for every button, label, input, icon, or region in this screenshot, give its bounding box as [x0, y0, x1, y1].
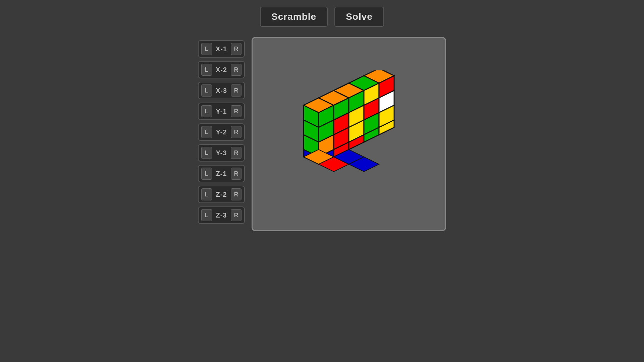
- axis-right-btn-z1[interactable]: R: [231, 168, 241, 180]
- axis-label-y1: Y-1: [212, 108, 231, 115]
- axis-row-y1: LY-1R: [198, 103, 245, 120]
- axis-right-btn-x3[interactable]: R: [231, 84, 241, 97]
- solve-button[interactable]: Solve: [334, 7, 384, 27]
- controls-panel: LX-1RLX-2RLX-3RLY-1RLY-2RLY-3RLZ-1RLZ-2R…: [198, 40, 245, 224]
- axis-left-btn-y2[interactable]: L: [201, 126, 212, 138]
- axis-right-btn-y1[interactable]: R: [231, 105, 241, 117]
- axis-row-y3: LY-3R: [198, 144, 245, 162]
- main-area: LX-1RLX-2RLX-3RLY-1RLY-2RLY-3RLZ-1RLZ-2R…: [198, 37, 446, 231]
- axis-row-y2: LY-2R: [198, 123, 245, 141]
- axis-label-y3: Y-3: [212, 149, 231, 157]
- axis-left-btn-z3[interactable]: L: [201, 209, 212, 221]
- axis-row-x1: LX-1R: [198, 40, 245, 58]
- axis-right-btn-y3[interactable]: R: [231, 147, 241, 159]
- axis-row-z3: LZ-3R: [198, 206, 245, 224]
- axis-row-x2: LX-2R: [198, 61, 245, 78]
- axis-left-btn-y3[interactable]: L: [201, 147, 212, 159]
- axis-left-btn-x1[interactable]: L: [201, 43, 212, 55]
- top-bar: Scramble Solve: [260, 7, 384, 27]
- axis-right-btn-x1[interactable]: R: [231, 43, 241, 55]
- axis-label-x1: X-1: [212, 45, 231, 53]
- axis-right-btn-y2[interactable]: R: [231, 126, 241, 138]
- cube-panel: [252, 37, 446, 231]
- axis-label-z3: Z-3: [212, 212, 231, 219]
- axis-left-btn-x2[interactable]: L: [201, 64, 212, 76]
- axis-label-z2: Z-2: [212, 191, 231, 198]
- axis-label-y2: Y-2: [212, 128, 231, 136]
- axis-right-btn-z2[interactable]: R: [231, 188, 241, 200]
- axis-label-x3: X-3: [212, 87, 231, 95]
- axis-left-btn-z2[interactable]: L: [201, 188, 212, 200]
- axis-label-x2: X-2: [212, 66, 231, 74]
- axis-right-btn-z3[interactable]: R: [231, 209, 241, 221]
- axis-label-z1: Z-1: [212, 170, 231, 178]
- axis-left-btn-z1[interactable]: L: [201, 168, 212, 180]
- axis-row-x3: LX-3R: [198, 82, 245, 99]
- axis-left-btn-x3[interactable]: L: [201, 84, 212, 97]
- axis-row-z1: LZ-1R: [198, 165, 245, 182]
- cube-svg: [288, 70, 409, 198]
- scramble-button[interactable]: Scramble: [260, 7, 328, 27]
- axis-row-z2: LZ-2R: [198, 186, 245, 203]
- axis-right-btn-x2[interactable]: R: [231, 64, 241, 76]
- axis-left-btn-y1[interactable]: L: [201, 105, 212, 117]
